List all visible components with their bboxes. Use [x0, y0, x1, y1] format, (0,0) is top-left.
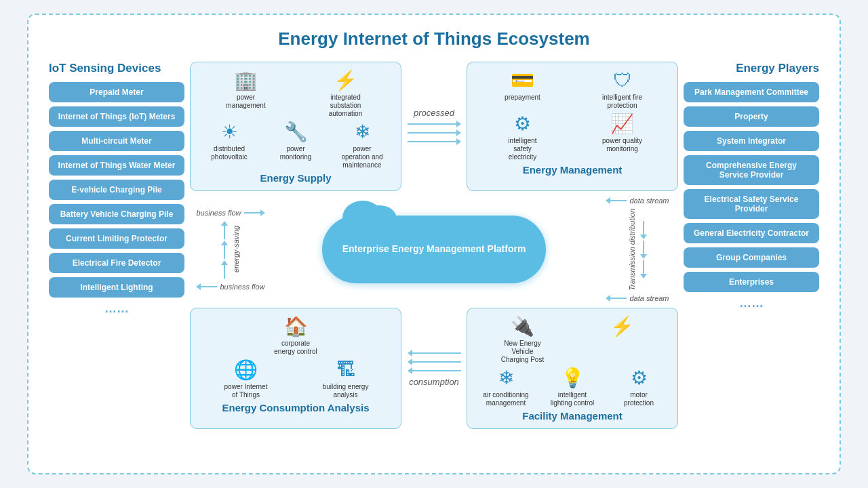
icon-power-monitoring: 🔧 power monitoring	[272, 121, 319, 161]
icon-quality-monitoring: 📈 power quality monitoring	[599, 113, 646, 153]
v-down-tip-1	[640, 235, 647, 239]
operation-icon: ❄	[355, 121, 370, 143]
ds-tip-left	[606, 197, 610, 204]
player-item-6[interactable]: Group Companies	[684, 247, 819, 268]
v-up-line-3	[224, 265, 225, 279]
v-up-tip-3	[221, 260, 228, 265]
player-item-5[interactable]: General Electricity Contractor	[684, 223, 819, 243]
building-analysis-icon: 🏗	[336, 359, 355, 381]
cons-line-3	[445, 352, 461, 354]
monitoring-icon: 🔧	[284, 121, 308, 143]
v-arr-up-3	[221, 260, 228, 279]
cons-line-1	[412, 352, 429, 354]
v-arr-up-2	[221, 241, 228, 259]
iot-item-0[interactable]: Prepaid Meter	[49, 82, 184, 102]
icon-label-motor-protection: motor protection	[615, 391, 663, 407]
cloud-text: Enterprise Energy Management Platform	[342, 243, 526, 256]
icon-air-conditioning: ❄ air conditioning management	[482, 367, 530, 407]
icon-safety-electricity: ⚙ intelligent safety electricity	[499, 113, 547, 161]
data-stream-top-label: data stream	[629, 197, 669, 205]
processed-label: processed	[414, 108, 454, 118]
energy-consumption-panel: 🏠 corporate energy control 🌐 power Inter…	[190, 308, 401, 429]
cons-line-8	[429, 370, 445, 371]
iot-section: IoT Sensing Devices Prepaid Meter Intern…	[49, 62, 184, 429]
player-item-3[interactable]: Comprehensive Energy Service Provider	[684, 155, 819, 185]
arr-tip-1	[456, 121, 461, 127]
biz-tip-1	[260, 209, 265, 216]
ds-line-left	[610, 200, 627, 201]
ev-charging-icon: 🔌	[511, 315, 534, 338]
player-item-4[interactable]: Electrical Safety Service Provider	[684, 189, 819, 219]
prepayment-icon: 💳	[511, 69, 534, 92]
energy-saving-block: energy-saving	[221, 221, 240, 279]
arr-line-3	[440, 123, 456, 125]
energy-supply-title: Energy Supply	[196, 172, 395, 184]
transmission-block: Transmission distribution	[628, 209, 647, 291]
cons-line-6	[445, 361, 461, 363]
ds-line-bottom	[610, 298, 627, 299]
top-row: 🏢 power management ⚡ integrated substati…	[190, 62, 678, 191]
processed-arrow-3	[408, 138, 461, 145]
icon-label-air-conditioning: air conditioning management	[482, 391, 530, 407]
energy-consumption-title: Energy Consumption Analysis	[196, 402, 395, 413]
consumption-arrow-3	[408, 367, 461, 374]
business-flow-bottom-label: business flow	[220, 283, 264, 291]
facility-management-title: Facility Management	[473, 410, 672, 422]
arr-tip-3	[456, 138, 461, 145]
biz-line-1	[244, 212, 260, 214]
icon-motor-protection: ⚙ motor protection	[615, 367, 663, 407]
v-down-tip-3	[640, 274, 647, 279]
iot-item-7[interactable]: Electrical Fire Detector	[49, 253, 184, 273]
cons-line-2	[429, 352, 445, 354]
biz-tip-left	[196, 283, 201, 290]
arr-tip-2	[456, 129, 461, 136]
icon-corporate-energy: 🏠 corporate energy control	[272, 315, 319, 356]
icon-lighting-control: 💡 intelligent lighting control	[549, 367, 596, 407]
cons-line-4	[412, 361, 429, 363]
icon-label-prepayment: prepayment	[505, 94, 540, 102]
facility-icons-top: 🔌 New Energy Vehicle Charging Post ⚡	[473, 315, 672, 364]
energy-players-dots: ……	[684, 296, 819, 310]
iot-item-5[interactable]: Battery Vehicle Charging Pile	[49, 204, 184, 224]
quality-icon: 📈	[610, 113, 634, 135]
energy-players-section: Energy Players Park Management Committee…	[684, 62, 819, 429]
player-item-2[interactable]: System Integrator	[684, 131, 819, 151]
icon-label-photovoltaic: distributed photovoltaic	[205, 145, 253, 161]
consumption-icons-top: 🏠 corporate energy control	[196, 315, 395, 356]
player-item-0[interactable]: Park Management Committee	[684, 82, 819, 102]
iot-item-4[interactable]: E-vehicle Charging Pile	[49, 180, 184, 200]
player-item-1[interactable]: Property	[684, 106, 819, 127]
consumption-label: consumption	[409, 377, 459, 387]
biz-line-left	[201, 286, 217, 287]
v-up-line-2	[224, 245, 225, 259]
cloud-shape: Enterprise Energy Management Platform	[322, 216, 547, 283]
arr-line-9	[440, 141, 456, 142]
iot-item-6[interactable]: Current Limiting Protector	[49, 228, 184, 249]
iot-item-8[interactable]: Intelligent Lighting	[49, 277, 184, 298]
processed-arrows	[408, 121, 461, 145]
icon-label-power-management: power management	[222, 94, 270, 110]
middle-section: 🏢 power management ⚡ integrated substati…	[184, 62, 684, 429]
player-item-7[interactable]: Enterprises	[684, 272, 819, 292]
data-stream-bottom-arrow	[606, 295, 627, 302]
icon-label-power-monitoring: power monitoring	[272, 145, 319, 161]
v-up-tip-2	[221, 241, 228, 245]
arr-line-7	[408, 141, 424, 142]
energy-management-panel: 💳 prepayment 🛡 intelligent fire protecti…	[467, 62, 678, 191]
icon-label-quality-monitoring: power quality monitoring	[599, 137, 646, 153]
v-arr-down-3	[640, 260, 647, 279]
icon-operation: ❄ power operation and maintenance	[338, 121, 386, 169]
cons-tip-3	[408, 367, 412, 374]
v-down-line-3	[643, 260, 644, 274]
cons-tip-1	[408, 350, 412, 357]
building-icon: 🏢	[234, 69, 258, 92]
iot-item-3[interactable]: Internet of Things Water Meter	[49, 155, 184, 176]
v-arr-down-1	[640, 221, 647, 239]
safety-icon: ⚙	[514, 113, 531, 135]
biz-flow-arrow-right	[244, 209, 265, 216]
content-layout: IoT Sensing Devices Prepaid Meter Intern…	[49, 62, 819, 429]
right-flows: data stream Transmission distribution	[597, 197, 678, 303]
substation-icon: ⚡	[334, 69, 357, 92]
iot-item-1[interactable]: Internet of Things (IoT) Meters	[49, 106, 184, 127]
iot-item-2[interactable]: Multi-circuit Meter	[49, 131, 184, 151]
